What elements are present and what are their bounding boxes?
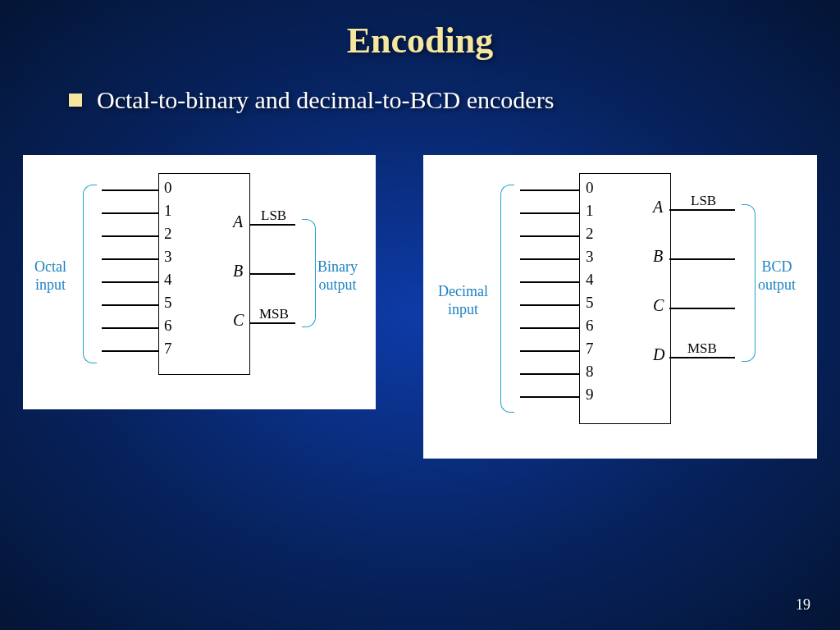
lsb-label: LSB (261, 208, 286, 224)
decimal-input-line (520, 258, 579, 260)
diagram-row: Octalinput 01234567 ALSBBCMSB Binaryoutp… (0, 114, 840, 459)
octal-input-number: 4 (164, 271, 172, 289)
octal-input-brace (83, 185, 97, 363)
octal-input-line (102, 304, 158, 306)
decimal-panel: Decimalinput 0123456789 ALSBBCDMSB BCDou… (423, 155, 817, 459)
decimal-input-line (520, 350, 579, 352)
octal-input-line (102, 235, 158, 237)
bcd-output-label: BCDoutput (758, 258, 796, 294)
decimal-input-line (520, 373, 579, 375)
decimal-input-number: 9 (586, 386, 594, 404)
octal-output-letter: C (233, 311, 244, 330)
octal-input-line (102, 327, 158, 329)
decimal-input-number: 7 (586, 340, 594, 358)
octal-input-number: 1 (164, 202, 172, 220)
bullet-row: Octal-to-binary and decimal-to-BCD encod… (69, 86, 840, 114)
octal-input-line (102, 258, 158, 260)
octal-input-number: 7 (164, 340, 172, 358)
octal-output-letter: A (233, 212, 243, 231)
page-number: 19 (796, 596, 810, 614)
decimal-input-line (520, 304, 579, 306)
decimal-input-number: 6 (586, 317, 594, 335)
octal-input-line (102, 281, 158, 283)
decimal-input-line (520, 212, 579, 214)
octal-output-brace (302, 219, 316, 327)
octal-panel: Octalinput 01234567 ALSBBCMSB Binaryoutp… (23, 155, 376, 409)
decimal-output-letter: D (653, 345, 664, 364)
octal-input-line (102, 350, 158, 352)
decimal-output-brace (742, 204, 756, 362)
lsb-label: LSB (691, 193, 716, 209)
slide-title: Encoding (0, 0, 840, 62)
decimal-input-label: Decimalinput (438, 282, 488, 318)
decimal-input-number: 3 (586, 248, 594, 266)
binary-output-label: Binaryoutput (317, 258, 358, 294)
decimal-input-number: 0 (586, 179, 594, 197)
decimal-output-line (669, 209, 735, 211)
msb-label: MSB (687, 340, 717, 357)
decimal-output-line (669, 357, 735, 358)
decimal-input-line (520, 327, 579, 329)
decimal-output-line (669, 308, 735, 309)
decimal-input-line (520, 281, 579, 283)
decimal-input-line (520, 396, 579, 398)
octal-input-line (102, 212, 158, 214)
bullet-text: Octal-to-binary and decimal-to-BCD encod… (97, 86, 554, 114)
octal-output-line (249, 273, 295, 275)
decimal-input-line (520, 189, 579, 191)
decimal-input-brace (500, 185, 514, 413)
decimal-output-line (669, 258, 735, 260)
octal-output-letter: B (233, 262, 243, 281)
decimal-input-line (520, 235, 579, 237)
octal-input-number: 3 (164, 248, 172, 266)
octal-input-number: 6 (164, 317, 172, 335)
decimal-input-number: 2 (586, 225, 594, 243)
octal-output-line (249, 224, 295, 226)
octal-input-label: Octalinput (34, 258, 66, 294)
octal-output-line (249, 322, 295, 324)
decimal-output-letter: B (653, 247, 663, 266)
bullet-icon (69, 94, 82, 107)
decimal-output-letter: C (653, 296, 664, 315)
decimal-input-number: 4 (586, 271, 594, 289)
decimal-input-number: 5 (586, 294, 594, 312)
octal-input-number: 2 (164, 225, 172, 243)
decimal-output-letter: A (653, 198, 663, 217)
decimal-input-number: 8 (586, 363, 594, 381)
octal-input-number: 0 (164, 179, 172, 197)
octal-input-line (102, 189, 158, 191)
octal-input-number: 5 (164, 294, 172, 312)
msb-label: MSB (259, 306, 289, 322)
decimal-input-number: 1 (586, 202, 594, 220)
